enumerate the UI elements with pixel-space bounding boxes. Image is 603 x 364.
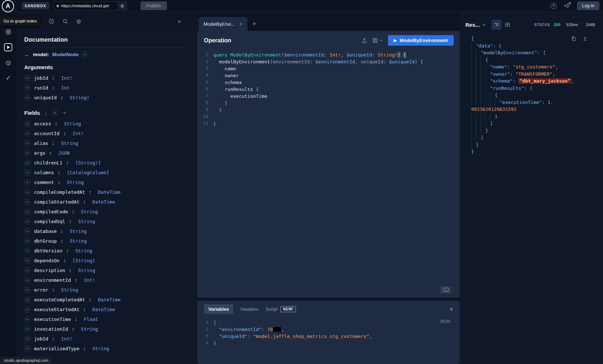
add-to-query-icon[interactable]: + <box>24 75 30 81</box>
field-type-link[interactable]: String <box>78 268 95 273</box>
doc-field-row[interactable]: +executeStartedAt: DateTime <box>24 305 189 314</box>
field-type-link[interactable]: String <box>67 180 84 185</box>
field-type-link[interactable]: DateTime <box>92 199 115 205</box>
field-type-link[interactable]: String <box>64 121 81 126</box>
code-line[interactable]: 6 runResults { <box>197 86 460 93</box>
add-to-query-icon[interactable]: + <box>24 218 30 225</box>
add-to-query-icon[interactable]: + <box>24 316 30 322</box>
add-to-query-icon[interactable]: + <box>24 121 30 127</box>
save-icon[interactable] <box>372 38 378 43</box>
doc-field-row[interactable]: +database: String <box>24 226 189 236</box>
field-type-link[interactable]: [CatalogColumn] <box>67 170 109 175</box>
tree-view-icon[interactable] <box>492 20 501 29</box>
field-type-link[interactable]: DateTime <box>92 307 115 312</box>
add-to-query-icon[interactable]: + <box>24 238 30 244</box>
checks-icon[interactable]: ✓ <box>5 74 11 82</box>
add-to-query-icon[interactable]: + <box>24 267 30 273</box>
doc-field-row[interactable]: +compileCompletedAt: DateTime <box>24 187 189 197</box>
field-type-link[interactable]: [String!] <box>75 160 101 166</box>
endpoint-settings-icon[interactable]: ⚙ <box>118 1 127 10</box>
code-line[interactable]: 10 <box>197 113 460 120</box>
doc-field-row[interactable]: +childrenL1: [String!] <box>24 158 189 168</box>
code-line[interactable]: 1query ModelByEnvironment($environmentId… <box>197 51 460 58</box>
tab-script[interactable]: Script <box>265 306 277 312</box>
add-to-query-icon[interactable]: + <box>24 346 30 352</box>
field-type-link[interactable]: String <box>70 238 87 244</box>
announcements-icon[interactable] <box>564 3 570 9</box>
schema-icon[interactable] <box>5 60 12 66</box>
help-icon[interactable]: ? <box>550 3 557 9</box>
field-type-link[interactable]: JSON <box>58 150 70 156</box>
add-to-query-icon[interactable]: + <box>24 248 30 254</box>
doc-field-row[interactable]: +executionTime: Float <box>24 314 189 324</box>
add-to-query-icon[interactable]: + <box>24 140 30 146</box>
response-title[interactable]: Res... <box>465 22 480 28</box>
code-line[interactable]: 3 "uniqueId": "model.jaffle_shop_metrics… <box>197 333 460 340</box>
tab-headers[interactable]: Headers <box>240 306 258 312</box>
explorer-icon[interactable] <box>4 43 13 52</box>
field-type-link[interactable]: String <box>70 229 87 234</box>
login-button[interactable]: Log in <box>577 1 599 10</box>
field-type-link[interactable]: Int <box>61 85 70 91</box>
endpoint-url-text[interactable]: https://metadata.cloud.get <box>61 4 116 8</box>
add-to-query-icon[interactable]: + <box>24 85 30 91</box>
add-to-query-icon[interactable]: + <box>24 130 30 137</box>
doc-field-row[interactable]: +executeCompletedAt: DateTime <box>24 295 189 305</box>
variables-editor[interactable]: JSON 1{2 "environmentId": 78,3 "uniqueId… <box>197 317 460 364</box>
doc-field-row[interactable]: +error: String <box>24 285 189 295</box>
add-to-query-icon[interactable]: + <box>24 179 30 185</box>
code-line[interactable]: 2 modelByEnvironment(environmentId: $env… <box>197 58 460 65</box>
collapse-variables-icon[interactable] <box>449 307 454 311</box>
add-all-fields-icon[interactable]: + <box>52 110 58 116</box>
code-line[interactable]: 7 executionTime <box>197 93 460 100</box>
doc-field-row[interactable]: +accountId: Int! <box>24 129 189 138</box>
collapse-panel-icon[interactable]: « <box>178 18 181 25</box>
new-tab-icon[interactable]: + <box>252 20 256 28</box>
save-chevron-icon[interactable] <box>379 39 383 42</box>
publish-button[interactable]: Publish <box>141 1 167 10</box>
code-line[interactable]: 11} <box>197 120 460 127</box>
add-to-query-icon[interactable]: + <box>24 95 30 101</box>
add-to-query-icon[interactable]: + <box>24 336 30 342</box>
doc-field-row[interactable]: +invocationId: String <box>24 324 189 334</box>
table-view-icon[interactable] <box>505 22 510 28</box>
copy-response-icon[interactable] <box>571 36 577 41</box>
breadcrumb-type[interactable]: ModelNode <box>52 52 79 57</box>
doc-field-row[interactable]: +access: String <box>24 119 189 129</box>
save-group[interactable] <box>372 38 383 43</box>
field-type-link[interactable]: Float <box>84 317 98 322</box>
settings-icon[interactable]: ⚙ <box>76 18 81 25</box>
field-type-link[interactable]: String <box>81 326 98 332</box>
doc-field-row[interactable]: +runId: Int <box>24 83 189 93</box>
doc-field-row[interactable]: +dependsOn: [String] <box>24 256 189 265</box>
add-to-query-icon[interactable]: + <box>24 258 30 264</box>
field-type-link[interactable]: DateTime <box>98 297 121 302</box>
operation-editor[interactable]: 1query ModelByEnvironment($environmentId… <box>197 49 460 298</box>
field-type-link[interactable]: String <box>61 141 78 146</box>
add-to-query-icon[interactable]: + <box>24 326 30 332</box>
code-line[interactable]: 9 } <box>197 106 460 113</box>
field-type-link[interactable]: String <box>92 346 109 351</box>
tab-variables[interactable]: Variables <box>204 304 233 314</box>
add-to-query-icon[interactable]: + <box>24 228 30 234</box>
share-icon[interactable] <box>361 38 367 43</box>
code-line[interactable]: 3 name <box>197 65 460 72</box>
add-to-query-icon[interactable]: + <box>24 287 30 293</box>
doc-field-row[interactable]: +jobId: Int! <box>24 73 189 83</box>
doc-field-row[interactable]: +compiledSql: String <box>24 217 189 226</box>
add-to-query-icon[interactable]: + <box>24 297 30 303</box>
field-type-link[interactable]: [String] <box>72 258 95 263</box>
doc-field-row[interactable]: +materializedType: String <box>24 344 189 353</box>
apollo-logo[interactable]: A <box>2 0 14 12</box>
field-type-link[interactable]: String <box>75 248 92 254</box>
search-icon[interactable] <box>62 18 68 24</box>
graph-index-icon[interactable] <box>5 29 11 35</box>
code-line[interactable]: 8 } <box>197 100 460 106</box>
doc-field-row[interactable]: +uniqueId: String! <box>24 93 189 102</box>
field-type-link[interactable]: String <box>78 219 95 224</box>
add-type-icon[interactable]: + <box>82 51 88 58</box>
sort-icon[interactable]: ↓ <box>45 110 47 116</box>
add-to-query-icon[interactable]: + <box>24 277 30 283</box>
doc-field-row[interactable]: +compiledCode: String <box>24 207 189 217</box>
close-tab-icon[interactable]: × <box>239 21 242 27</box>
